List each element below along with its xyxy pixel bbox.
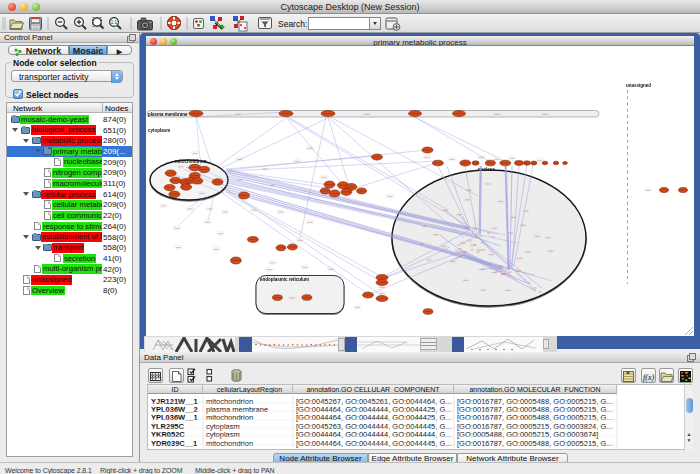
svg-text:plasma membrane: plasma membrane [148,112,188,117]
svg-text:endoplasmic reticulum: endoplasmic reticulum [260,277,309,282]
svg-text:1:1: 1:1 [111,20,118,25]
svg-text:mitochondrion: mitochondrion [175,159,207,164]
svg-text:cytoplasm: cytoplasm [148,128,170,133]
svg-text:f(x): f(x) [643,373,654,382]
svg-text:Search:: Search: [278,19,307,29]
svg-text:unassigned: unassigned [626,83,651,88]
